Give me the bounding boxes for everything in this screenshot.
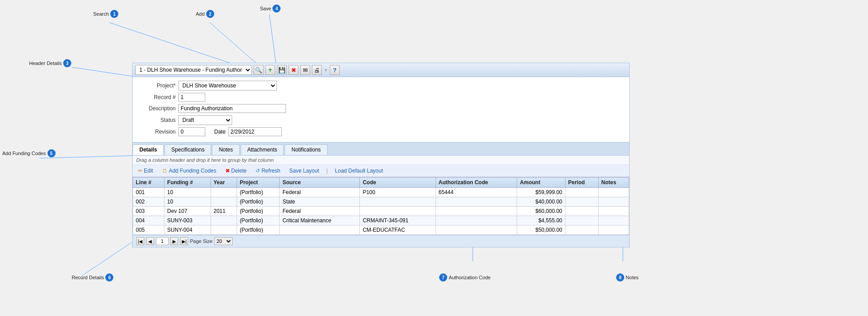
date-input[interactable]: [228, 127, 282, 136]
grid-toolbar: ✏ Edit 🗋 Add Funding Codes ✖ Delete ↺ Re…: [133, 165, 629, 177]
delete-button[interactable]: ✖: [289, 65, 298, 75]
table-cell: [436, 207, 517, 216]
col-funding[interactable]: Funding #: [164, 177, 211, 188]
table-cell: (Portfolio): [237, 197, 280, 207]
svg-line-5: [82, 242, 132, 276]
col-project[interactable]: Project: [237, 177, 280, 188]
table-cell: [565, 225, 598, 235]
table-cell: $40,000.00: [517, 197, 565, 207]
col-notes[interactable]: Notes: [598, 177, 629, 188]
pager-prev[interactable]: ◀: [146, 237, 154, 245]
table-cell: 004: [133, 216, 164, 225]
table-row[interactable]: 00210(Portfolio)State$40,000.00: [133, 197, 629, 207]
project-row: Project* DLH Shoe Warehouse: [138, 81, 624, 91]
search-button[interactable]: 🔍: [254, 65, 263, 75]
col-code[interactable]: Code: [360, 177, 436, 188]
annotation-notes: 8 Notes: [616, 273, 639, 281]
delete-btn[interactable]: ✖ Delete: [224, 167, 249, 175]
status-row: Status Draft Active Closed: [138, 115, 624, 125]
table-cell: (Portfolio): [237, 207, 280, 216]
table-cell: [565, 188, 598, 197]
table-cell: CM-EDUCATFAC: [360, 225, 436, 235]
table-cell: [360, 197, 436, 207]
refresh-icon: ↺: [255, 168, 260, 174]
table-cell: $50,000.00: [517, 225, 565, 235]
add-funding-codes-btn[interactable]: 🗋 Add Funding Codes: [160, 167, 218, 175]
col-auth-code[interactable]: Authorization Code: [436, 177, 517, 188]
table-cell: [211, 225, 237, 235]
table-row[interactable]: 003Dev 1072011(Portfolio)Federal$60,000.…: [133, 207, 629, 216]
table-row[interactable]: 00110(Portfolio)FederalP10065444$59,999.…: [133, 188, 629, 197]
print-button[interactable]: 🖨: [312, 65, 322, 75]
data-table-wrapper: Line # Funding # Year Project Source Cod…: [133, 177, 629, 235]
table-cell: [598, 188, 629, 197]
pager-last[interactable]: ▶|: [180, 237, 188, 245]
refresh-btn[interactable]: ↺ Refresh: [254, 167, 282, 175]
help-button[interactable]: ?: [330, 65, 340, 75]
col-line[interactable]: Line #: [133, 177, 164, 188]
table-cell: 003: [133, 207, 164, 216]
table-cell: 65444: [436, 188, 517, 197]
date-label: Date: [214, 129, 225, 135]
table-cell: [598, 216, 629, 225]
add-funding-icon: 🗋: [162, 168, 168, 174]
table-cell: CRMAINT-345-091: [360, 216, 436, 225]
save-layout-btn[interactable]: Save Layout: [287, 167, 321, 175]
table-cell: SUNY-003: [164, 216, 211, 225]
save-button[interactable]: 💾: [277, 65, 287, 75]
table-row[interactable]: 004SUNY-003(Portfolio)Critical Maintenan…: [133, 216, 629, 225]
edit-btn[interactable]: ✏ Edit: [136, 167, 155, 175]
record-input[interactable]: [178, 93, 205, 102]
table-cell: 005: [133, 225, 164, 235]
main-panel: 1 - DLH Shoe Warehouse - Funding Authori…: [132, 63, 630, 247]
table-cell: 10: [164, 197, 211, 207]
project-label: Project*: [138, 82, 178, 89]
table-row[interactable]: 005SUNY-004(Portfolio)CM-EDUCATFAC$50,00…: [133, 225, 629, 235]
project-select[interactable]: DLH Shoe Warehouse: [178, 81, 277, 91]
col-year[interactable]: Year: [211, 177, 237, 188]
table-cell: [598, 207, 629, 216]
tab-notes[interactable]: Notes: [212, 144, 239, 155]
col-amount[interactable]: Amount: [517, 177, 565, 188]
annotation-add: Add 2: [196, 10, 214, 18]
annotation-add-funding-codes: Add Funding Codes 5: [2, 149, 56, 157]
tab-notifications[interactable]: Notifications: [285, 144, 327, 155]
col-period[interactable]: Period: [565, 177, 598, 188]
description-label: Description: [138, 105, 178, 112]
revision-input[interactable]: [178, 127, 205, 136]
add-button[interactable]: +: [265, 65, 275, 75]
revision-label: Revision: [138, 129, 178, 135]
load-default-layout-btn[interactable]: Load Default Layout: [333, 167, 384, 175]
col-source[interactable]: Source: [280, 177, 360, 188]
tab-specifications[interactable]: Specifications: [164, 144, 211, 155]
table-cell: [211, 188, 237, 197]
description-row: Description: [138, 104, 624, 113]
page-size-label: Page Size: [190, 238, 212, 244]
status-select[interactable]: Draft Active Closed: [178, 115, 232, 125]
table-cell: (Portfolio): [237, 216, 280, 225]
pager-first[interactable]: |◀: [136, 237, 144, 245]
delete-icon: ✖: [225, 168, 230, 174]
revision-row: Revision Date: [138, 127, 624, 136]
email-button[interactable]: ✉: [300, 65, 310, 75]
table-cell: [360, 207, 436, 216]
edit-icon: ✏: [138, 168, 143, 174]
table-cell: [598, 225, 629, 235]
annotation-authorization-code: 7 Authorization Code: [439, 273, 491, 281]
page-size-select[interactable]: 20 50 100: [214, 237, 233, 245]
toolbar-separator: |: [326, 168, 328, 174]
tabs-row: Details Specifications Notes Attachments…: [133, 143, 629, 156]
table-cell: Federal: [280, 207, 360, 216]
record-dropdown[interactable]: 1 - DLH Shoe Warehouse - Funding Authori…: [135, 65, 252, 75]
table-cell: [565, 216, 598, 225]
table-cell: P100: [360, 188, 436, 197]
table-cell: SUNY-004: [164, 225, 211, 235]
pager-next[interactable]: ▶: [170, 237, 178, 245]
description-input[interactable]: [178, 104, 286, 113]
table-cell: [280, 225, 360, 235]
pager-page-input[interactable]: [156, 237, 168, 245]
tab-attachments[interactable]: Attachments: [241, 144, 284, 155]
svg-line-2: [72, 67, 132, 76]
table-cell: 10: [164, 188, 211, 197]
tab-details[interactable]: Details: [133, 144, 164, 155]
